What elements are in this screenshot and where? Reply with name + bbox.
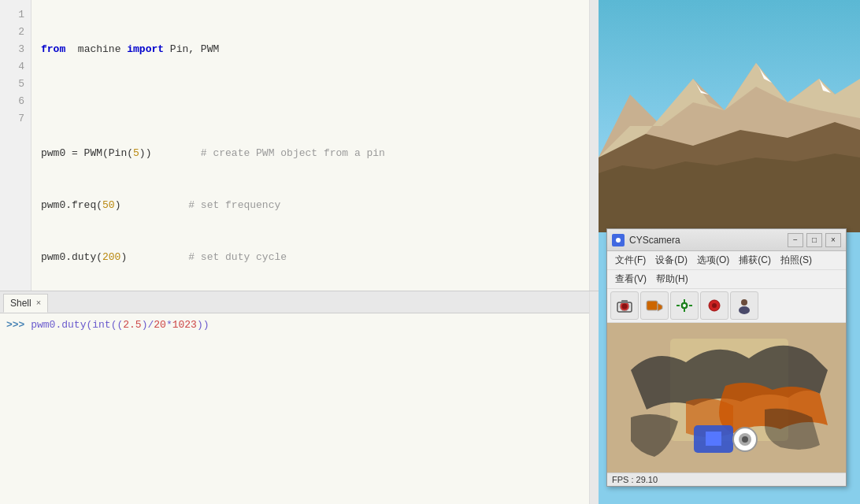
menu-help[interactable]: 帮助(H) [651,272,693,287]
svg-point-25 [739,306,750,314]
svg-marker-15 [658,303,662,311]
svg-rect-18 [684,299,685,302]
editor-scrollbar[interactable] [589,0,599,291]
svg-rect-19 [684,309,685,312]
cys-toolbar [607,289,846,323]
svg-rect-13 [621,300,628,303]
toolbar-camera-btn[interactable] [610,291,639,320]
mountain-background [599,0,860,232]
fps-display: FPS : 29.10 [607,472,846,486]
shell-main: Shell × >>> pwm0.duty(int((2.5)/20*1023)… [0,291,589,504]
svg-point-23 [712,303,717,308]
svg-point-12 [622,304,628,309]
shell-scrollbar[interactable] [589,291,599,504]
menu-device[interactable]: 设备(D) [651,253,692,268]
code-editor[interactable]: 1 2 3 4 5 6 7 from machine import Pin, P… [0,0,599,291]
right-panel: CYScamera − □ × 文件(F) 设备(D) 选项(O) 捕获(C) … [599,0,860,504]
cys-app-icon [612,234,625,246]
cys-window-controls: − □ × [788,233,841,247]
shell-tab-label: Shell [10,298,32,309]
shell-wrapper: Shell × >>> pwm0.duty(int((2.5)/20*1023)… [0,291,599,504]
svg-point-9 [616,238,621,243]
close-button[interactable]: × [825,233,841,247]
maximize-button[interactable]: □ [806,233,822,247]
shell-tab[interactable]: Shell × [3,294,48,313]
shell-content[interactable]: >>> pwm0.duty(int((2.5)/20*1023)) [0,313,589,504]
menu-file[interactable]: 文件(F) [610,253,651,268]
svg-rect-20 [677,305,680,306]
svg-rect-34 [706,432,721,446]
cys-menubar-row2: 查看(V) 帮助(H) [607,270,846,289]
svg-point-37 [742,436,748,443]
svg-rect-21 [689,305,692,306]
cys-menubar-row1: 文件(F) 设备(D) 选项(O) 捕获(C) 拍照(S) [607,251,846,270]
minimize-button[interactable]: − [788,233,803,247]
toolbar-record-btn[interactable] [700,291,728,320]
code-text[interactable]: from machine import Pin, PWM pwm0 = PWM(… [32,0,589,291]
shell-tab-bar: Shell × [0,291,589,313]
cys-window-title: CYScamera [629,235,788,246]
svg-rect-14 [647,301,658,310]
svg-point-24 [741,299,747,306]
menu-options[interactable]: 选项(O) [692,253,734,268]
editor-panel: 1 2 3 4 5 6 7 from machine import Pin, P… [0,0,599,504]
fps-value: FPS : 29.10 [612,475,658,484]
menu-view[interactable]: 查看(V) [610,272,651,287]
menu-photo[interactable]: 拍照(S) [776,253,817,268]
toolbar-person-btn[interactable] [730,291,758,320]
toolbar-video-btn[interactable] [640,291,669,320]
menu-capture[interactable]: 捕获(C) [734,253,776,268]
cys-titlebar: CYScamera − □ × [607,229,846,251]
toolbar-settings-btn[interactable] [670,291,699,320]
cys-camera-window: CYScamera − □ × 文件(F) 设备(D) 选项(O) 捕获(C) … [606,228,847,487]
svg-point-17 [683,304,686,307]
cys-video-area [607,323,846,472]
line-numbers: 1 2 3 4 5 6 7 [0,0,32,291]
shell-close-button[interactable]: × [36,298,41,307]
